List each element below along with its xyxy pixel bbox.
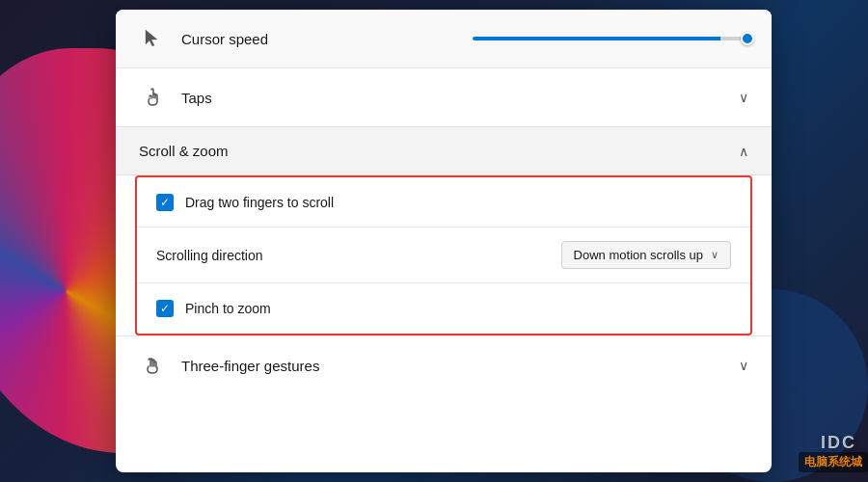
scrolling-direction-dropdown[interactable]: Down motion scrolls up ∨ <box>561 241 731 269</box>
scrolling-direction-row: Scrolling direction Down motion scrolls … <box>137 228 750 283</box>
pinch-to-zoom-row: ✓ Pinch to zoom <box>137 283 750 334</box>
dropdown-value: Down motion scrolls up <box>574 248 703 262</box>
scroll-zoom-label: Scroll & zoom <box>139 143 739 159</box>
cursor-speed-slider-container[interactable] <box>473 37 748 40</box>
taps-section[interactable]: Taps ∨ <box>116 68 772 127</box>
site-watermark: 电脑系统城 <box>799 452 868 472</box>
slider-track[interactable] <box>473 37 748 40</box>
scrolling-direction-label: Scrolling direction <box>156 248 561 263</box>
drag-two-fingers-label: Drag two fingers to scroll <box>185 195 334 210</box>
scroll-zoom-content-box: ✓ Drag two fingers to scroll Scrolling d… <box>135 175 752 335</box>
drag-two-fingers-checkbox[interactable]: ✓ <box>156 194 174 211</box>
drag-two-fingers-row: ✓ Drag two fingers to scroll <box>137 177 750 228</box>
pinch-to-zoom-checkbox[interactable]: ✓ <box>156 300 174 317</box>
cursor-speed-section: Cursor speed <box>116 10 772 68</box>
three-finger-section[interactable]: Three-finger gestures ∨ <box>116 335 772 394</box>
cursor-icon <box>139 25 166 52</box>
checkmark-icon-2: ✓ <box>160 303 170 314</box>
dropdown-arrow-icon: ∨ <box>711 249 719 261</box>
three-finger-label: Three-finger gestures <box>181 358 739 374</box>
taps-label: Taps <box>181 90 739 106</box>
three-finger-icon <box>139 352 166 379</box>
three-finger-chevron-icon: ∨ <box>739 358 748 373</box>
slider-thumb[interactable] <box>741 32 754 45</box>
cursor-speed-label: Cursor speed <box>181 31 457 47</box>
pinch-to-zoom-label: Pinch to zoom <box>185 301 271 316</box>
taps-chevron-icon: ∨ <box>739 90 748 105</box>
settings-panel: Cursor speed Taps ∨ Scroll & zoom ∧ <box>116 10 772 472</box>
scroll-zoom-header[interactable]: Scroll & zoom ∧ <box>116 127 772 175</box>
scroll-zoom-chevron-icon: ∧ <box>739 144 748 159</box>
checkmark-icon: ✓ <box>160 197 170 208</box>
idc-watermark: IDC <box>821 433 856 453</box>
taps-icon <box>139 84 166 111</box>
